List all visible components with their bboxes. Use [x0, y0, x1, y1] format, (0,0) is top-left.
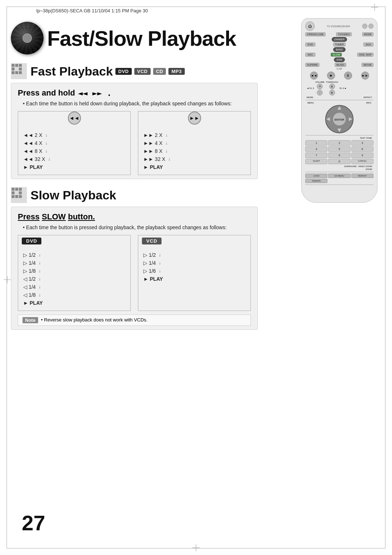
badge-vcd: VCD: [134, 68, 151, 75]
movie-btn[interactable]: MOVIE: [362, 63, 373, 67]
dvd-slow-speeds: ▷ 1/2 ↓ ▷ 1/4 ↓ ▷ 1/8 ↓ ◁ 1/2 ↓ ◁ 1/4 ↓ …: [18, 247, 130, 311]
slow-playback-icon: [11, 187, 27, 203]
num-4[interactable]: 4: [305, 146, 327, 152]
rw-4x-arrow: ↓: [45, 141, 48, 146]
repeat-btn[interactable]: REPEAT: [351, 174, 373, 178]
slow-btn[interactable]: SLOW: [331, 53, 342, 57]
remote-small-btn-1[interactable]: [362, 24, 367, 29]
ff-8x-arrow: ↓: [166, 149, 168, 154]
num-6[interactable]: 6: [351, 146, 373, 152]
prev-btn[interactable]: ◄◄: [310, 72, 318, 80]
volume-col: VOLUME + -: [315, 81, 324, 96]
header-meta: lp~38p(DS650)-SECA GB 11/10/04 1:15 PM P…: [36, 8, 148, 13]
dvd-badge: DVD: [22, 238, 41, 244]
rewind-circle-btn[interactable]: ◄◄: [68, 112, 81, 125]
disc-skip-btn[interactable]: DISC SKIP: [357, 53, 373, 57]
slow-playback-section: Slow Playback Press SLOW button. Each ti…: [11, 187, 258, 330]
dvd-vcd-tables: DVD ▷ 1/2 ↓ ▷ 1/4 ↓ ▷ 1/8 ↓ ◁ 1/2 ↓ ◁ 1/…: [18, 235, 251, 311]
remote-vhf-row: V-HF: [305, 68, 373, 70]
fast-playback-icon: [11, 63, 27, 79]
num-7[interactable]: 7: [305, 153, 327, 158]
rw-play-label: ► PLAY: [23, 164, 43, 170]
svg-rect-10: [12, 68, 15, 70]
note-box: Note • Reverse slow playback does not wo…: [18, 315, 251, 326]
sleep-btn[interactable]: SLEEP: [305, 159, 327, 164]
speed-row-ff-4x: ►► 4 X ↓: [143, 139, 245, 147]
tuner-btn[interactable]: TUNER: [333, 42, 346, 46]
tv-video-btn[interactable]: TV/VIDEO: [336, 32, 352, 36]
vol-down-btn[interactable]: -: [317, 90, 323, 96]
superb-btn[interactable]: SUPERB: [305, 63, 319, 67]
num-8[interactable]: 8: [328, 153, 350, 158]
vhf-label: V-HF: [336, 68, 342, 70]
svg-rect-22: [15, 195, 18, 198]
num-1[interactable]: 1: [305, 140, 327, 146]
remote-small-btn-2[interactable]: [368, 24, 373, 29]
crosshair-left-icon: [4, 276, 11, 283]
remain-btn[interactable]: REMAIN: [305, 179, 327, 183]
pause-btn[interactable]: ⏸: [344, 72, 352, 80]
svg-rect-18: [19, 188, 22, 191]
mode-btn[interactable]: MODE: [362, 32, 373, 36]
badge-mp3: MP3: [168, 68, 184, 75]
band-btn[interactable]: BAND: [333, 47, 345, 52]
rw-2x-arrow: ↓: [45, 133, 48, 138]
slow-playback-box: Press SLOW button. Each time the button …: [11, 207, 258, 330]
remote-control: ⏻ TV DVD/RECEIVER OPEN/CLOSE TV/VIDEO MO…: [301, 18, 377, 203]
open-close-btn[interactable]: OPEN/CLOSE: [305, 32, 326, 36]
music-btn[interactable]: MUSIC: [335, 63, 347, 67]
agc-btn[interactable]: AGC: [305, 53, 315, 57]
ch-up-btn[interactable]: ∧: [329, 84, 335, 89]
svg-rect-16: [12, 188, 15, 191]
svg-rect-8: [15, 64, 18, 67]
ff-8x-label: ►► 8 X: [143, 148, 163, 154]
dsm-btn[interactable]: DSM: [334, 57, 345, 62]
ff-32x-label: ►► 32 X: [143, 156, 165, 162]
num-9[interactable]: 9: [351, 153, 373, 158]
remote-divider-4: [305, 185, 373, 185]
power-btn[interactable]: ⏻: [305, 21, 315, 31]
crosshair-bottom-icon: [192, 544, 200, 551]
aux-btn[interactable]: AUX: [363, 42, 373, 46]
pl3-left-label: ◄ PL 3: [307, 87, 314, 89]
dimmer-btn[interactable]: DIMMER: [332, 37, 347, 42]
dvd-btn[interactable]: DVD: [305, 42, 315, 46]
fast-playback-title: Fast Playback: [30, 64, 113, 78]
next-btn[interactable]: ►►: [361, 72, 369, 80]
stop-btn[interactable]: ■: [327, 72, 335, 80]
loud-btn[interactable]: LOUD: [305, 174, 327, 178]
speed-row-ff-32x: ►► 32 X ↓: [143, 155, 245, 163]
cancel-btn[interactable]: CANCEL: [351, 159, 373, 164]
page-number: 27: [22, 511, 45, 535]
remote-row-dsm: DSM: [305, 57, 373, 62]
svg-rect-9: [19, 64, 22, 67]
remote-row-1: OPEN/CLOSE TV/VIDEO MODE: [305, 32, 373, 36]
press-slow-title: Press SLOW button.: [18, 212, 251, 222]
vcd-1-4: ▷ 1/4 ↓: [143, 259, 245, 267]
dvd-rev-1-2: ◁ 1/2 ↓: [23, 275, 125, 283]
num-0[interactable]: 0: [328, 159, 350, 164]
speed-row-rw-2x: ◄◄ 2 X ↓: [23, 131, 125, 139]
svg-rect-12: [12, 71, 15, 74]
ch-down-btn[interactable]: ∨: [329, 90, 335, 96]
vol-up-btn[interactable]: +: [317, 84, 323, 89]
dvd-slow-table: DVD ▷ 1/2 ↓ ▷ 1/4 ↓ ▷ 1/8 ↓ ◁ 1/2 ↓ ◁ 1/…: [18, 235, 131, 311]
remote-divider-3: [305, 172, 373, 172]
fast-playback-bullet: Each time the button is held down during…: [23, 100, 251, 108]
num-2[interactable]: 2: [328, 140, 350, 146]
num-5[interactable]: 5: [328, 146, 350, 152]
forward-speed-table: ►► ►► 2 X ↓ ►► 4 X ↓ ►► 8 X ↓: [138, 111, 251, 175]
fast-playback-header: Fast Playback DVD VCD CD MP3: [11, 63, 258, 79]
ez-menu-btn[interactable]: EZ MENU: [328, 174, 350, 178]
svg-rect-13: [15, 71, 18, 74]
remote-row-dimmer: DIMMER: [305, 37, 373, 42]
rw-32x-label: ◄◄ 32 X: [23, 156, 45, 162]
num-3[interactable]: 3: [351, 140, 373, 146]
speed-tables: ◄◄ ◄◄ 2 X ↓ ◄◄ 4 X ↓ ◄◄ 8 X ↓: [18, 111, 251, 175]
forward-circle-btn[interactable]: ►►: [188, 112, 201, 125]
rewind-speeds: ◄◄ 2 X ↓ ◄◄ 4 X ↓ ◄◄ 8 X ↓ ◄◄ 32 X ↓: [18, 127, 130, 175]
badge-dvd: DVD: [115, 68, 132, 75]
nav-circle-container: ENTER: [325, 105, 354, 134]
dvd-play: ► PLAY: [23, 299, 125, 307]
remote-row-4: SUPERB MUSIC MOVIE: [305, 63, 373, 67]
